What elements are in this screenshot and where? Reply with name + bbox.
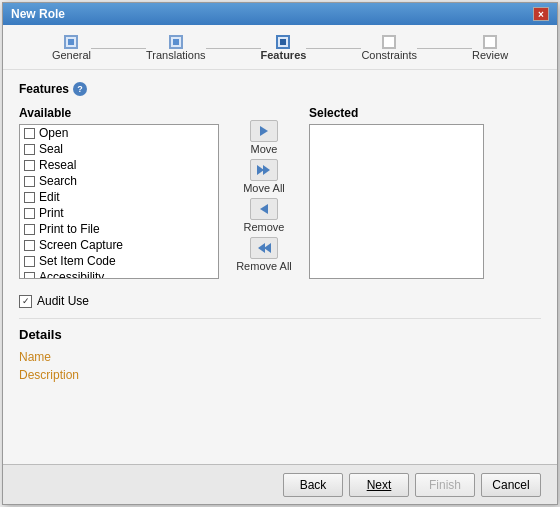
list-item[interactable]: Print to File bbox=[20, 221, 218, 237]
checkbox-print[interactable] bbox=[24, 208, 35, 219]
item-label-set-item-code: Set Item Code bbox=[39, 254, 116, 268]
remove-all-icon bbox=[250, 237, 278, 259]
remove-label: Remove bbox=[244, 221, 285, 233]
transfer-buttons: Move Move All Remove bbox=[229, 106, 299, 286]
item-label-open: Open bbox=[39, 126, 68, 140]
remove-all-button[interactable]: Remove All bbox=[236, 237, 292, 272]
step-features: Features bbox=[261, 35, 362, 61]
name-key: Name bbox=[19, 350, 89, 364]
available-section: Available Open Seal Reseal bbox=[19, 106, 219, 286]
next-button[interactable]: Next bbox=[349, 473, 409, 497]
item-label-screen-capture: Screen Capture bbox=[39, 238, 123, 252]
item-label-print: Print bbox=[39, 206, 64, 220]
cancel-button[interactable]: Cancel bbox=[481, 473, 541, 497]
audit-label: Audit Use bbox=[37, 294, 89, 308]
svg-rect-0 bbox=[68, 39, 74, 45]
step-label-general: General bbox=[52, 49, 91, 61]
checkbox-search[interactable] bbox=[24, 176, 35, 187]
item-label-print-to-file: Print to File bbox=[39, 222, 100, 236]
dialog-title: New Role bbox=[11, 7, 65, 21]
list-item[interactable]: Open bbox=[20, 125, 218, 141]
wizard-steps: General Translations Features bbox=[3, 25, 557, 70]
checkbox-accessibility[interactable] bbox=[24, 272, 35, 280]
checkbox-print-to-file[interactable] bbox=[24, 224, 35, 235]
description-key: Description bbox=[19, 368, 89, 382]
step-label-review: Review bbox=[472, 49, 508, 61]
move-all-button[interactable]: Move All bbox=[243, 159, 285, 194]
list-item[interactable]: Search bbox=[20, 173, 218, 189]
remove-all-label: Remove All bbox=[236, 260, 292, 272]
features-area: Available Open Seal Reseal bbox=[19, 106, 541, 286]
move-all-label: Move All bbox=[243, 182, 285, 194]
move-button[interactable]: Move bbox=[250, 120, 278, 155]
svg-marker-6 bbox=[260, 204, 268, 214]
selected-list[interactable] bbox=[309, 124, 484, 279]
checkbox-seal[interactable] bbox=[24, 144, 35, 155]
step-dot-translations bbox=[169, 35, 183, 49]
new-role-dialog: New Role × General Translations bbox=[2, 2, 558, 505]
checkbox-edit[interactable] bbox=[24, 192, 35, 203]
list-item[interactable]: Screen Capture bbox=[20, 237, 218, 253]
list-item[interactable]: Accessibility bbox=[20, 269, 218, 279]
finish-button[interactable]: Finish bbox=[415, 473, 475, 497]
svg-rect-1 bbox=[173, 39, 179, 45]
step-translations: Translations bbox=[146, 35, 261, 61]
available-list[interactable]: Open Seal Reseal Search bbox=[19, 124, 219, 279]
svg-rect-2 bbox=[280, 39, 286, 45]
move-icon bbox=[250, 120, 278, 142]
step-dot-review bbox=[483, 35, 497, 49]
item-label-seal: Seal bbox=[39, 142, 63, 156]
svg-marker-7 bbox=[258, 243, 265, 253]
step-general: General bbox=[52, 35, 146, 61]
checkbox-screen-capture[interactable] bbox=[24, 240, 35, 251]
step-dot-general bbox=[64, 35, 78, 49]
checkbox-reseal[interactable] bbox=[24, 160, 35, 171]
list-item[interactable]: Reseal bbox=[20, 157, 218, 173]
features-section-title: Features ? bbox=[19, 82, 541, 96]
svg-marker-3 bbox=[260, 126, 268, 136]
item-label-edit: Edit bbox=[39, 190, 60, 204]
available-label: Available bbox=[19, 106, 219, 120]
step-label-translations: Translations bbox=[146, 49, 206, 61]
step-review: Review bbox=[472, 35, 508, 61]
close-button[interactable]: × bbox=[533, 7, 549, 21]
details-section: Details Name Description bbox=[19, 318, 541, 384]
connector-2 bbox=[206, 48, 261, 49]
item-label-reseal: Reseal bbox=[39, 158, 76, 172]
step-label-features: Features bbox=[261, 49, 307, 61]
list-item[interactable]: Edit bbox=[20, 189, 218, 205]
step-label-constraints: Constraints bbox=[361, 49, 417, 61]
item-label-accessibility: Accessibility bbox=[39, 270, 104, 279]
list-item[interactable]: Set Item Code bbox=[20, 253, 218, 269]
connector-3 bbox=[306, 48, 361, 49]
list-item[interactable]: Seal bbox=[20, 141, 218, 157]
svg-marker-8 bbox=[264, 243, 271, 253]
step-dot-features bbox=[276, 35, 290, 49]
step-constraints: Constraints bbox=[361, 35, 472, 61]
content-area: Features ? Available Open Seal bbox=[3, 70, 557, 464]
selected-label: Selected bbox=[309, 106, 484, 120]
item-label-search: Search bbox=[39, 174, 77, 188]
detail-name-row: Name bbox=[19, 348, 541, 366]
title-bar: New Role × bbox=[3, 3, 557, 25]
step-dot-constraints bbox=[382, 35, 396, 49]
back-button[interactable]: Back bbox=[283, 473, 343, 497]
selected-section: Selected bbox=[309, 106, 484, 286]
detail-description-row: Description bbox=[19, 366, 541, 384]
help-icon[interactable]: ? bbox=[73, 82, 87, 96]
move-all-icon bbox=[250, 159, 278, 181]
audit-checkbox[interactable] bbox=[19, 295, 32, 308]
remove-icon bbox=[250, 198, 278, 220]
connector-1 bbox=[91, 48, 146, 49]
connector-4 bbox=[417, 48, 472, 49]
list-item[interactable]: Print bbox=[20, 205, 218, 221]
details-title: Details bbox=[19, 327, 541, 342]
move-label: Move bbox=[251, 143, 278, 155]
svg-marker-5 bbox=[263, 165, 270, 175]
checkbox-set-item-code[interactable] bbox=[24, 256, 35, 267]
footer: Back Next Finish Cancel bbox=[3, 464, 557, 504]
remove-button[interactable]: Remove bbox=[244, 198, 285, 233]
features-title-text: Features bbox=[19, 82, 69, 96]
svg-marker-4 bbox=[257, 165, 264, 175]
checkbox-open[interactable] bbox=[24, 128, 35, 139]
